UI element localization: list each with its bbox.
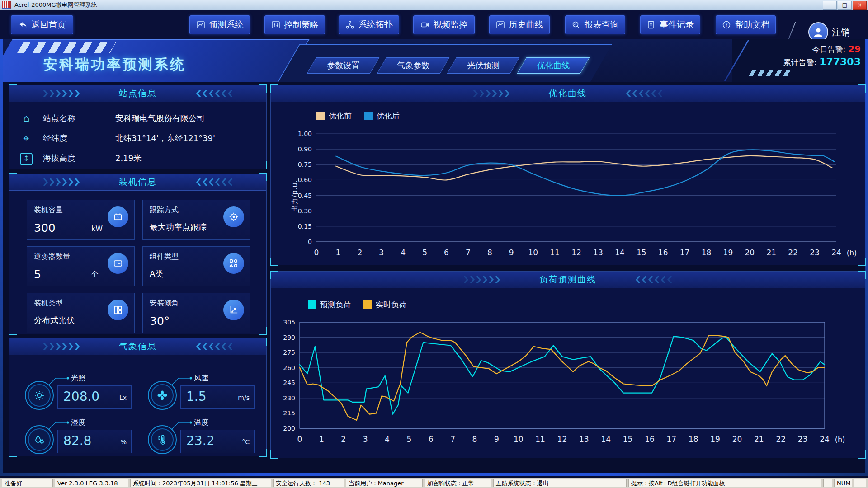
status-spacer — [854, 479, 866, 487]
site-info-title: 站点信息 — [119, 88, 157, 99]
svg-text:4: 4 — [385, 435, 390, 444]
hazard-stripes-right — [749, 70, 794, 76]
status-five-prevention: 五防系统状态 : 退出 — [493, 479, 627, 487]
svg-text:305: 305 — [283, 319, 295, 326]
chevrons-right-icon — [43, 343, 87, 350]
svg-text:0.90: 0.90 — [298, 145, 312, 153]
svg-text:8: 8 — [487, 248, 492, 257]
tilt-angle-icon — [223, 300, 244, 320]
svg-text:4: 4 — [401, 248, 406, 257]
optimization-curve-title: 优化曲线 — [549, 88, 587, 99]
nav-button-report-query[interactable]: 报表查询 — [565, 15, 625, 34]
svg-text:7: 7 — [450, 435, 455, 444]
legend-item-forecast-load[interactable]: 预测负荷 — [308, 300, 351, 310]
svg-text:1: 1 — [319, 435, 324, 444]
tab-parameter-settings[interactable]: 参数设置 — [307, 57, 380, 74]
nav-button-forecast-system[interactable]: 预测系统 — [189, 15, 250, 34]
status-tip: 提示：按Alt+D组合键打开功能面板 — [628, 479, 821, 487]
svg-text:20: 20 — [745, 248, 755, 257]
svg-text:3: 3 — [379, 248, 384, 257]
inver​ter-count-value: 5 — [34, 268, 41, 281]
capacity-card: 装机容量 300 kW — [27, 200, 135, 240]
svg-text:18: 18 — [689, 435, 698, 444]
tab-optimization-curve[interactable]: 优化曲线 — [517, 57, 590, 74]
status-bar: 准备好 Ver 2.3.0 LEG 3.3.18 系统时间：2023年05月31… — [0, 478, 868, 488]
status-dongle: 加密狗状态 : 正常 — [425, 479, 491, 487]
user-icon — [812, 26, 824, 38]
weather-info-title: 气象信息 — [119, 341, 157, 352]
logout-button[interactable]: 注销 — [832, 26, 850, 38]
tab-pv-forecast[interactable]: 光伏预测 — [447, 57, 520, 74]
install-info-title: 装机信息 — [119, 176, 157, 188]
nav-button-control-strategy[interactable]: 控制策略 — [264, 15, 325, 34]
capacity-icon — [108, 206, 128, 227]
svg-text:10: 10 — [528, 248, 538, 257]
bottom-frame-edge — [0, 473, 868, 476]
svg-text:23: 23 — [798, 435, 808, 444]
weather-info-header: 气象信息 — [9, 338, 266, 355]
inverter-count-card: 逆变器数量 5 个 — [27, 246, 135, 286]
tracking-mode-card: 跟踪方式 最大功率点跟踪 — [142, 200, 250, 240]
tab-weather-parameters[interactable]: 气象参数 — [377, 57, 450, 74]
svg-text:11: 11 — [535, 435, 545, 444]
nav-button-event-log[interactable]: 事件记录 — [640, 15, 700, 34]
nav-button-history-curves[interactable]: 历史曲线 — [489, 15, 550, 34]
back-home-button[interactable]: 返回首页 — [11, 15, 73, 34]
legend-item-realtime-load[interactable]: 实时负荷 — [363, 300, 406, 310]
svg-text:2: 2 — [357, 248, 362, 257]
legend-swatch — [308, 300, 316, 309]
close-button[interactable]: × — [853, 1, 867, 10]
legend-item-before[interactable]: 优化前 — [316, 111, 352, 121]
report-search-icon — [571, 20, 580, 29]
chevrons-left-icon — [189, 343, 233, 350]
svg-text:12: 12 — [557, 435, 567, 444]
humidity-gauge: 湿度 82.8 % — [25, 419, 139, 460]
window-titlebar: Acrel-2000MG微电网管理系统 – □ × — [0, 0, 868, 10]
forecast-chart-icon — [196, 20, 205, 29]
inverter-icon — [108, 253, 128, 274]
svg-text:13: 13 — [593, 248, 603, 257]
video-camera-icon — [420, 20, 429, 29]
sun-icon — [33, 389, 46, 402]
install-type-icon — [108, 300, 128, 320]
irradiance-value: 208.0 — [63, 389, 99, 404]
svg-text:13: 13 — [579, 435, 589, 444]
home-icon: ⌂ — [9, 113, 43, 124]
module-type-card: 组件类型 A类 — [142, 246, 250, 286]
legend-swatch — [316, 112, 325, 120]
svg-text:15: 15 — [637, 248, 646, 257]
coordinates-row: ⌖ 经纬度 北纬31°14'，东经121°39' — [9, 128, 266, 148]
svg-text:5: 5 — [406, 435, 411, 444]
minimize-button[interactable]: – — [823, 1, 837, 10]
nav-button-help-docs[interactable]: ? 帮助文档 — [716, 15, 776, 34]
weather-info-panel: 气象信息 光照 208.0 Lx 风速 1.5 m/s 湿度 82.8 % 温度 — [9, 338, 267, 456]
tilt-angle-value: 30° — [150, 314, 170, 328]
legend-item-after[interactable]: 优化后 — [364, 111, 400, 121]
svg-text:9: 9 — [509, 248, 514, 257]
wind-speed-gauge: 风速 1.5 m/s — [148, 375, 262, 416]
history-curve-icon — [496, 20, 505, 29]
svg-text:245: 245 — [283, 379, 295, 386]
hazard-stripes-left — [17, 42, 116, 53]
svg-text:23: 23 — [810, 248, 820, 257]
load-forecast-panel: 负荷预测曲线 预测负荷 实时负荷 20021523024526027529030… — [270, 271, 865, 458]
svg-text:230: 230 — [283, 394, 295, 402]
svg-text:0: 0 — [314, 248, 319, 257]
svg-text:22: 22 — [776, 435, 786, 444]
svg-text:275: 275 — [283, 349, 295, 356]
maximize-button[interactable]: □ — [838, 1, 852, 10]
svg-text:19: 19 — [723, 248, 733, 257]
nav-button-system-topology[interactable]: 系统拓扑 — [339, 15, 399, 34]
svg-text:0.75: 0.75 — [298, 161, 312, 168]
svg-text:12: 12 — [571, 248, 581, 257]
install-type-card: 装机类型 分布式光伏 — [27, 293, 135, 333]
optimization-curve-header: 优化曲线 — [271, 85, 865, 102]
tracking-mode-value: 最大功率点跟踪 — [150, 222, 207, 233]
chevrons-left-icon — [189, 90, 233, 97]
chevrons-right-icon — [463, 276, 508, 283]
page-header: 安科瑞功率预测系统 参数设置 气象参数 光伏预测 优化曲线 今日告警:29 累计… — [0, 39, 868, 82]
install-info-panel: 装机信息 装机容量 300 kW 跟踪方式 最大功率点跟踪 逆变器数量 5 个 … — [9, 174, 267, 334]
optimization-curve-panel: 优化曲线 优化前 优化后 出力/p.u. 00.150.300.450.600.… — [270, 85, 865, 265]
nav-button-video-monitor[interactable]: 视频监控 — [413, 15, 475, 34]
svg-text:?: ? — [725, 23, 727, 28]
